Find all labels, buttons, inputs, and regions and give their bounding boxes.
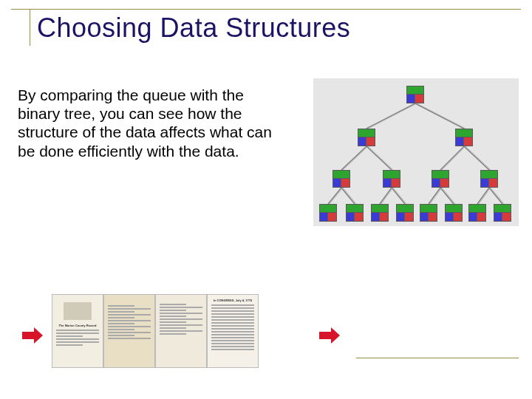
tree-node [383, 170, 400, 188]
queue-document: In CONGRESS, July 4, 1776 [207, 294, 259, 368]
svg-line-27 [491, 188, 504, 204]
svg-line-23 [393, 188, 406, 204]
tree-node [346, 204, 364, 222]
svg-line-24 [430, 188, 442, 204]
tree-node [494, 204, 511, 222]
svg-line-13 [489, 188, 502, 204]
slide-title: Choosing Data Structures [11, 11, 521, 44]
tree-node [455, 129, 473, 146]
tree-node [432, 170, 449, 188]
svg-line-8 [380, 188, 392, 204]
tree-node [319, 204, 337, 222]
svg-line-20 [330, 188, 343, 204]
binary-tree-diagram [313, 78, 519, 226]
tree-node [358, 129, 375, 146]
queue-document [103, 294, 155, 368]
svg-line-1 [415, 103, 464, 129]
svg-line-18 [442, 146, 466, 170]
svg-line-26 [479, 188, 491, 204]
title-tick [30, 9, 30, 46]
svg-line-14 [368, 103, 417, 129]
svg-line-12 [477, 188, 489, 204]
tree-node [406, 86, 424, 103]
svg-line-5 [464, 146, 489, 170]
svg-line-7 [341, 188, 355, 204]
svg-line-4 [440, 146, 464, 170]
tree-node [396, 204, 414, 222]
svg-line-19 [466, 146, 491, 170]
doc-header: In CONGRESS, July 4, 1776 [211, 299, 255, 303]
tree-node [468, 204, 486, 222]
svg-line-0 [366, 103, 415, 129]
tree-node [445, 204, 463, 222]
svg-line-22 [381, 188, 393, 204]
svg-line-15 [417, 103, 466, 129]
svg-line-2 [341, 146, 366, 170]
doc-header: The Marion County Record [55, 324, 100, 328]
title-bar: Choosing Data Structures [11, 9, 521, 44]
svg-line-25 [442, 188, 455, 204]
svg-line-21 [343, 188, 356, 204]
arrow-in-icon [22, 327, 44, 344]
svg-line-3 [366, 146, 392, 170]
footer-rule [356, 358, 519, 358]
queue-diagram: The Marion County Record In CONGRESS, Ju… [52, 294, 259, 368]
svg-line-16 [343, 146, 368, 170]
tree-node [332, 170, 350, 188]
queue-document: The Marion County Record [52, 294, 103, 368]
svg-line-11 [440, 188, 454, 204]
tree-node [480, 170, 498, 188]
title-rule [11, 9, 521, 10]
queue-document [155, 294, 207, 368]
tree-node [371, 204, 389, 222]
body-paragraph: By comparing the queue with the binary t… [18, 86, 276, 160]
svg-line-17 [368, 146, 393, 170]
svg-line-6 [328, 188, 341, 204]
tree-node [420, 204, 437, 222]
svg-line-9 [392, 188, 405, 204]
svg-line-10 [429, 188, 440, 204]
arrow-out-icon [319, 327, 341, 344]
